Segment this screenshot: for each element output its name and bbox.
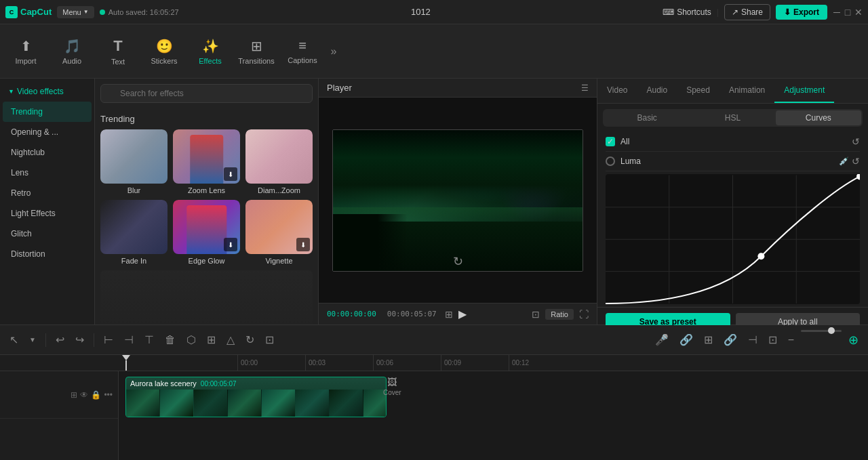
menu-button[interactable]: Menu xyxy=(57,6,94,18)
undo-button[interactable]: ↩ xyxy=(52,331,68,349)
channel-luma: Luma 💉 ↺ xyxy=(606,152,860,171)
fullscreen-icon[interactable]: ⛶ xyxy=(579,309,589,320)
mic-button[interactable]: 🎤 xyxy=(651,330,673,350)
ratio-button[interactable]: Ratio xyxy=(545,309,574,320)
player-refresh-icon[interactable]: ↻ xyxy=(453,255,463,268)
luma-reset-button[interactable]: ↺ xyxy=(852,156,860,167)
sub-tab-curves[interactable]: Curves xyxy=(776,110,861,125)
luma-eyedrop-button[interactable]: 💉 xyxy=(839,156,849,167)
trim-button[interactable]: ⊤ xyxy=(140,331,158,349)
left-panel: Video effects Trending Opening & ... Nig… xyxy=(0,79,95,325)
curves-svg xyxy=(606,174,860,304)
crop-icon[interactable]: ⊡ xyxy=(532,309,540,320)
tool-effects[interactable]: ✨ Effects xyxy=(187,27,233,76)
autosave-dot xyxy=(100,9,105,15)
close-button[interactable]: ✕ xyxy=(854,8,863,16)
rotate-button[interactable]: ↻ xyxy=(241,331,258,349)
maximize-button[interactable]: □ xyxy=(844,8,852,16)
app-name: CapCut xyxy=(20,7,52,17)
effects-grid: Blur ⬇ Zoom Lens Diam...Zoom xyxy=(100,129,313,265)
shortcuts-button[interactable]: ⌨ Shortcuts xyxy=(663,7,711,17)
top-bar: C CapCut Menu Auto saved: 16:05:27 1012 … xyxy=(0,0,868,24)
all-checkbox[interactable]: ✓ xyxy=(606,137,615,146)
effect-card-zoom-lens[interactable]: ⬇ Zoom Lens xyxy=(173,129,240,194)
tab-audio[interactable]: Audio xyxy=(637,79,677,103)
vignette-label: Vignette xyxy=(245,257,313,265)
sub-tab-hsl[interactable]: HSL xyxy=(690,110,775,125)
magnet-button[interactable]: 🔗 xyxy=(719,330,741,350)
snap-button[interactable]: ⊣ xyxy=(744,330,762,350)
cover-indicator: 🖼 Cover xyxy=(383,377,401,396)
track-more-icon[interactable]: ••• xyxy=(104,390,113,400)
share-button[interactable]: ↗ Share xyxy=(724,4,770,20)
mark-button[interactable]: ⊡ xyxy=(764,330,781,350)
zoom-slider[interactable] xyxy=(801,330,842,332)
edge-glow-thumbnail: ⬇ xyxy=(173,200,240,254)
zoom-out-button[interactable]: − xyxy=(784,330,798,350)
sidebar-item-distortion[interactable]: Distortion xyxy=(3,244,92,264)
mirror-button[interactable]: △ xyxy=(222,331,239,349)
search-wrapper: 🔍 xyxy=(100,84,313,103)
tool-transitions[interactable]: ⊞ Transitions xyxy=(233,27,279,76)
track-grid-icon[interactable]: ⊞ xyxy=(71,390,77,400)
grid-button[interactable]: ⊞ xyxy=(700,330,717,350)
sidebar-item-retro[interactable]: Retro xyxy=(3,183,92,203)
chapters-icon[interactable]: ⊞ xyxy=(445,309,453,320)
tool-audio[interactable]: 🎵 Audio xyxy=(49,27,95,76)
frame-button[interactable]: ⊡ xyxy=(261,331,278,349)
delete-button[interactable]: 🗑 xyxy=(161,331,180,349)
export-button[interactable]: ⬇ Export xyxy=(776,5,827,20)
detach-button[interactable]: ⊣ xyxy=(120,331,138,349)
select-tool-button[interactable]: ↖ xyxy=(5,331,22,349)
luma-radio[interactable] xyxy=(606,156,615,166)
trending-section-title: Trending xyxy=(100,114,313,124)
flip-button[interactable]: ⊞ xyxy=(203,331,220,349)
sidebar-item-lens[interactable]: Lens xyxy=(3,163,92,183)
tab-animation[interactable]: Animation xyxy=(719,79,774,103)
zoom-person-figure xyxy=(190,135,224,184)
track-lock-icon[interactable]: 🔒 xyxy=(91,390,101,400)
effect-card-fade-in[interactable]: Fade In xyxy=(100,200,167,265)
sidebar-item-light-effects[interactable]: Light Effects xyxy=(3,203,92,224)
sub-tab-basic[interactable]: Basic xyxy=(604,110,690,125)
sidebar-item-trending[interactable]: Trending xyxy=(3,102,92,122)
effect-card-edge-glow[interactable]: ⬇ Edge Glow xyxy=(173,200,240,265)
tool-stickers[interactable]: 🙂 Stickers xyxy=(141,27,187,76)
diam-zoom-thumbnail xyxy=(245,129,313,184)
search-input[interactable] xyxy=(100,84,313,103)
effects-icon: ✨ xyxy=(202,38,219,54)
effect-card-blur[interactable]: Blur xyxy=(100,129,167,194)
effects-search-area: 🔍 xyxy=(95,79,318,108)
select-dropdown-button[interactable]: ▼ xyxy=(25,333,40,346)
effect-card-vignette[interactable]: ⬇ Vignette xyxy=(245,200,313,265)
tool-import[interactable]: ⬆ Import xyxy=(3,27,49,76)
tab-speed[interactable]: Speed xyxy=(677,79,719,103)
play-button[interactable]: ▶ xyxy=(458,308,467,320)
download-icon: ⬇ xyxy=(224,238,237,251)
effect-card-diam-zoom[interactable]: Diam...Zoom xyxy=(245,129,313,194)
autosave-text: Auto saved: 16:05:27 xyxy=(108,8,179,16)
playhead[interactable] xyxy=(125,355,127,371)
player-menu-icon[interactable]: ☰ xyxy=(581,83,589,93)
curves-chart[interactable] xyxy=(606,174,860,304)
sidebar-item-opening[interactable]: Opening & ... xyxy=(3,122,92,142)
track-eye-icon[interactable]: 👁 xyxy=(80,390,88,400)
tab-adjustment[interactable]: Adjustment xyxy=(774,79,834,103)
link-button[interactable]: 🔗 xyxy=(675,330,697,350)
tab-video[interactable]: Video xyxy=(597,79,637,103)
minimize-button[interactable]: ─ xyxy=(833,8,841,16)
sidebar-item-nightclub[interactable]: Nightclub xyxy=(3,142,92,163)
edge-glow-label: Edge Glow xyxy=(173,257,240,265)
tool-captions[interactable]: ≡ Captions xyxy=(279,27,326,76)
redo-button[interactable]: ↪ xyxy=(71,331,88,349)
crop-tool-button[interactable]: ⬡ xyxy=(182,331,200,349)
all-reset-button[interactable]: ↺ xyxy=(852,136,860,147)
add-track-button[interactable]: ⊕ xyxy=(844,330,863,350)
video-clip[interactable]: Aurora lake scenery 00:00:05:07 xyxy=(125,377,387,417)
tool-text[interactable]: T Text xyxy=(95,27,141,76)
zoom-lens-thumbnail: ⬇ xyxy=(173,129,240,184)
toolbar-more-button[interactable]: » xyxy=(326,27,342,76)
toolbar-separator-2 xyxy=(94,333,94,347)
sidebar-item-glitch[interactable]: Glitch xyxy=(3,224,92,244)
split-button[interactable]: ⊢ xyxy=(100,331,117,349)
